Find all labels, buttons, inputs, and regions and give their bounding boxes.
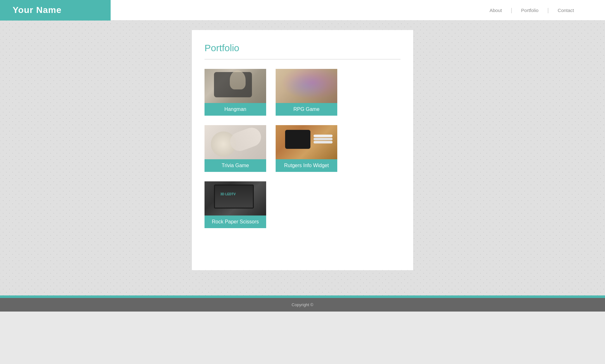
- teal-accent-bar: [0, 295, 605, 298]
- rps-caption: Rock Paper Scissors: [205, 215, 266, 228]
- trivia-thumbnail: [205, 125, 266, 159]
- rutgers-thumbnail: [276, 125, 337, 159]
- nav-portfolio[interactable]: Portfolio: [516, 8, 544, 13]
- site-header: Your Name About | Portfolio | Contact: [0, 0, 605, 21]
- portfolio-item-rpg[interactable]: RPG Game: [276, 69, 337, 116]
- hangman-caption: Hangman: [205, 103, 266, 116]
- portfolio-row-3: Rock Paper Scissors: [205, 181, 400, 228]
- portfolio-heading: Portfolio: [205, 43, 400, 53]
- main-nav: About | Portfolio | Contact: [484, 7, 605, 14]
- nav-sep-2: |: [547, 7, 549, 14]
- portfolio-item-hangman[interactable]: Hangman: [205, 69, 266, 116]
- portfolio-item-rutgers[interactable]: Rutgers Info Widget: [276, 125, 337, 172]
- nav-contact[interactable]: Contact: [552, 8, 580, 13]
- portfolio-item-rps[interactable]: Rock Paper Scissors: [205, 181, 266, 228]
- portfolio-grid: Hangman RPG Game Trivia Game Rutgers Inf…: [205, 69, 400, 228]
- section-divider: [205, 59, 400, 59]
- portfolio-row-2: Trivia Game Rutgers Info Widget: [205, 125, 400, 172]
- hangman-thumbnail: [205, 69, 266, 103]
- rpg-thumbnail: [276, 69, 337, 103]
- rps-thumbnail: [205, 181, 266, 215]
- logo-area[interactable]: Your Name: [0, 0, 111, 21]
- portfolio-item-trivia[interactable]: Trivia Game: [205, 125, 266, 172]
- trivia-caption: Trivia Game: [205, 159, 266, 172]
- site-footer: Copyright ©: [0, 298, 605, 312]
- nav-sep-1: |: [511, 7, 512, 14]
- content-card: Portfolio Hangman RPG Game Trivia Game: [192, 30, 413, 270]
- nav-about[interactable]: About: [484, 8, 508, 13]
- page-background: Portfolio Hangman RPG Game Trivia Game: [0, 21, 605, 295]
- rpg-caption: RPG Game: [276, 103, 337, 116]
- portfolio-row-1: Hangman RPG Game: [205, 69, 400, 116]
- copyright-text: Copyright ©: [292, 302, 314, 307]
- site-title: Your Name: [13, 5, 62, 15]
- rutgers-caption: Rutgers Info Widget: [276, 159, 337, 172]
